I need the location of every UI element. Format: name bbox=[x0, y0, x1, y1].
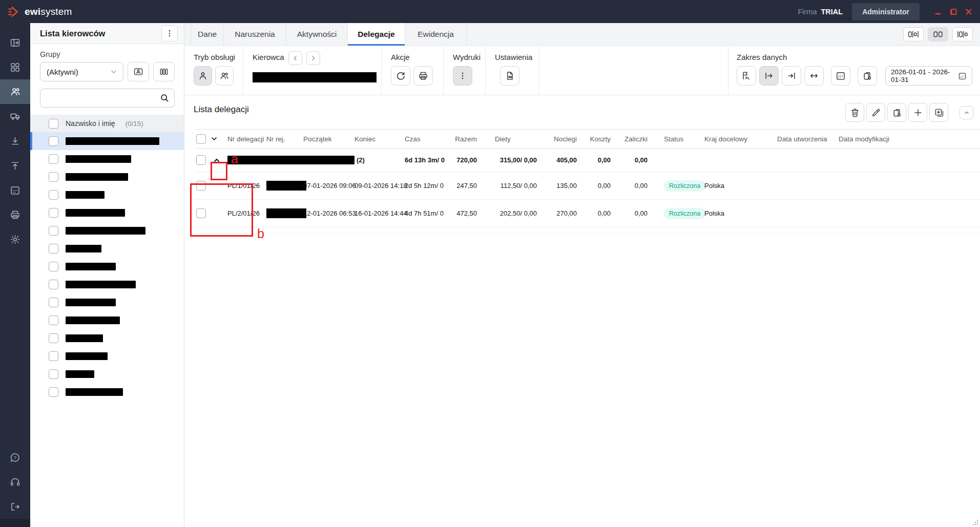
delegation-row[interactable]: PL/2/01/26 12-01-2026 06:53 16-01-2026 1… bbox=[195, 200, 980, 227]
driver-checkbox[interactable] bbox=[49, 154, 58, 164]
driver-card-view-button[interactable] bbox=[128, 62, 149, 81]
col-razem[interactable]: Razem bbox=[441, 135, 479, 143]
driver-checkbox[interactable] bbox=[49, 244, 58, 254]
rail-item-support[interactable] bbox=[0, 470, 30, 494]
col-status[interactable]: Status bbox=[650, 135, 699, 143]
tab-ewidencja[interactable]: Ewidencja bbox=[405, 23, 467, 46]
col-koniec[interactable]: Koniec bbox=[355, 135, 405, 143]
driver-list-item[interactable] bbox=[30, 365, 184, 383]
driver-list-item[interactable] bbox=[30, 186, 184, 204]
select-all-drivers-checkbox[interactable] bbox=[49, 119, 58, 129]
col-nr-delegacji[interactable]: Nr delegacji bbox=[227, 135, 266, 143]
delegation-row[interactable]: PL/1/01/26 07-01-2026 09:06 09-01-2026 1… bbox=[195, 172, 980, 200]
driver-list-item[interactable] bbox=[30, 311, 184, 329]
rail-item-settings[interactable] bbox=[0, 227, 30, 251]
col-diety[interactable]: Diety bbox=[479, 135, 539, 143]
edit-delegation-button[interactable] bbox=[866, 103, 885, 122]
driver-checkbox[interactable] bbox=[49, 226, 58, 236]
select-all-delegations-checkbox[interactable] bbox=[196, 134, 206, 144]
driver-list-item[interactable] bbox=[30, 293, 184, 311]
driver-checkbox[interactable] bbox=[49, 298, 58, 307]
rail-item-collapse-panel[interactable] bbox=[0, 30, 30, 55]
add-multiple-delegations-button[interactable] bbox=[929, 103, 948, 122]
delegation-group-row[interactable]: (2) 6d 13h 3m/ 0 720,00 315,00/ 0,00 405… bbox=[195, 149, 980, 172]
driver-list-item[interactable] bbox=[30, 329, 184, 347]
col-data-utworzenia[interactable]: Data utworzenia bbox=[771, 135, 832, 143]
resize-grip[interactable] bbox=[977, 524, 978, 525]
col-poczatek[interactable]: Początek bbox=[303, 135, 355, 143]
date-range-field[interactable]: 2026-01-01 - 2026-01-31 bbox=[885, 66, 972, 86]
duplicate-delegation-button[interactable] bbox=[887, 103, 906, 122]
driver-list-item[interactable] bbox=[30, 204, 184, 222]
layout-left-panel-button[interactable] bbox=[903, 27, 924, 41]
driver-checkbox[interactable] bbox=[49, 315, 58, 325]
rail-item-drivers[interactable] bbox=[0, 79, 30, 104]
next-driver-button[interactable] bbox=[306, 51, 320, 65]
driver-checkbox[interactable] bbox=[49, 208, 58, 218]
drivers-panel-menu-button[interactable] bbox=[161, 25, 178, 41]
group-select[interactable]: (Aktywni) bbox=[40, 62, 123, 81]
driver-list-item[interactable] bbox=[30, 150, 184, 168]
driver-search-input[interactable] bbox=[40, 89, 175, 108]
col-czas[interactable]: Czas bbox=[405, 135, 441, 143]
multi-driver-mode-button[interactable] bbox=[215, 66, 234, 86]
delete-delegation-button[interactable] bbox=[845, 103, 864, 122]
range-from-start-button[interactable] bbox=[759, 66, 779, 86]
range-both-button[interactable] bbox=[804, 66, 824, 86]
driver-checkbox[interactable] bbox=[49, 369, 58, 379]
driver-list-item[interactable] bbox=[30, 240, 184, 258]
driver-checkbox[interactable] bbox=[49, 190, 58, 200]
layout-right-panel-button[interactable] bbox=[952, 27, 973, 41]
rail-item-logout[interactable] bbox=[0, 494, 30, 519]
driver-checkbox[interactable] bbox=[49, 262, 58, 271]
tab-dane[interactable]: Dane bbox=[191, 23, 224, 46]
columns-view-button[interactable] bbox=[153, 62, 175, 81]
col-zaliczki[interactable]: Zaliczki bbox=[613, 135, 650, 143]
driver-list-item[interactable] bbox=[30, 258, 184, 276]
add-range-button[interactable] bbox=[858, 66, 877, 86]
col-data-modyfikacji[interactable]: Data modyfikacji bbox=[832, 135, 902, 143]
rail-item-calendar[interactable] bbox=[0, 178, 30, 202]
previous-driver-button[interactable] bbox=[288, 51, 302, 65]
refresh-button[interactable] bbox=[391, 66, 410, 86]
rail-item-dashboard[interactable] bbox=[0, 55, 30, 79]
close-button[interactable] bbox=[965, 8, 973, 16]
maximize-button[interactable] bbox=[949, 8, 957, 16]
rail-item-help[interactable]: ? bbox=[0, 445, 30, 470]
group-checkbox[interactable] bbox=[196, 155, 206, 165]
driver-list-item[interactable] bbox=[30, 276, 184, 293]
driver-list-item[interactable] bbox=[30, 347, 184, 365]
layout-both-panels-button[interactable] bbox=[928, 27, 948, 41]
expand-all-toggle[interactable] bbox=[210, 135, 227, 143]
row-checkbox[interactable] bbox=[196, 181, 206, 191]
add-delegation-button[interactable] bbox=[908, 103, 927, 122]
col-noclegi[interactable]: Noclegi bbox=[539, 135, 579, 143]
tab-delegacje[interactable]: Delegacje bbox=[348, 23, 405, 46]
rail-item-print[interactable] bbox=[0, 202, 30, 227]
driver-checkbox[interactable] bbox=[49, 387, 58, 397]
driver-list-item[interactable] bbox=[30, 383, 184, 401]
col-nr-rej[interactable]: Nr rej. bbox=[266, 135, 303, 143]
pdf-settings-button[interactable]: PDF bbox=[500, 66, 519, 86]
col-kraj-docelowy[interactable]: Kraj docelowy bbox=[699, 135, 771, 143]
range-calendar-button[interactable] bbox=[831, 66, 850, 86]
driver-list-item[interactable] bbox=[30, 132, 184, 150]
collapse-list-button[interactable] bbox=[960, 106, 973, 119]
col-koszty[interactable]: Koszty bbox=[579, 135, 613, 143]
printouts-menu-button[interactable] bbox=[453, 66, 472, 86]
tab-naruszenia[interactable]: Naruszenia bbox=[224, 23, 286, 46]
single-driver-mode-button[interactable] bbox=[194, 66, 212, 86]
driver-list-item[interactable] bbox=[30, 222, 184, 240]
driver-checkbox[interactable] bbox=[49, 136, 58, 146]
driver-checkbox[interactable] bbox=[49, 280, 58, 289]
country-range-button[interactable]: PL bbox=[737, 66, 756, 86]
print-button[interactable] bbox=[413, 66, 433, 86]
driver-checkbox[interactable] bbox=[49, 351, 58, 361]
collapse-group-toggle[interactable] bbox=[210, 154, 223, 167]
range-to-end-button[interactable] bbox=[782, 66, 801, 86]
rail-item-vehicles[interactable] bbox=[0, 104, 30, 129]
driver-list-item[interactable] bbox=[30, 168, 184, 186]
rail-item-download[interactable] bbox=[0, 129, 30, 153]
driver-checkbox[interactable] bbox=[49, 172, 58, 182]
user-menu-button[interactable]: Administrator bbox=[852, 3, 920, 20]
